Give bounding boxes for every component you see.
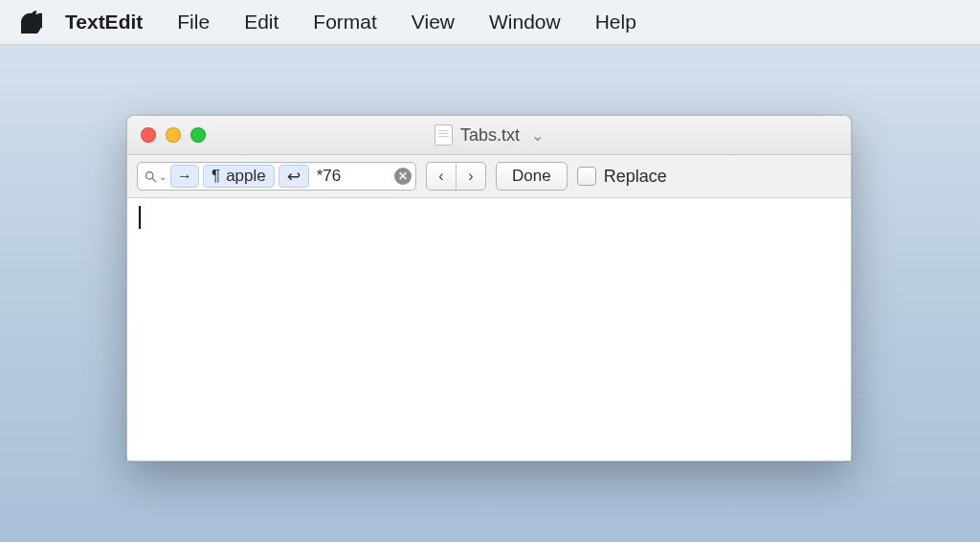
- window-controls: [141, 127, 206, 143]
- text-caret: [139, 206, 141, 229]
- replace-checkbox[interactable]: [577, 167, 596, 186]
- search-token-word-text: apple: [226, 167, 266, 186]
- svg-line-1: [152, 178, 156, 182]
- search-token-return[interactable]: ↩: [278, 165, 309, 188]
- replace-toggle[interactable]: Replace: [577, 167, 667, 187]
- textedit-window: Tabs.txt ⌄ ⌄ → ¶ apple ↩ *76 ✕ ‹: [126, 115, 852, 462]
- window-close-button[interactable]: [141, 127, 156, 143]
- find-bar: ⌄ → ¶ apple ↩ *76 ✕ ‹ › Done Replace: [127, 155, 851, 198]
- search-options-icon[interactable]: ⌄: [144, 169, 167, 184]
- find-prev-next-segmented: ‹ ›: [426, 162, 486, 191]
- search-token-paragraph-word[interactable]: ¶ apple: [203, 165, 275, 188]
- document-icon: [434, 124, 453, 146]
- apple-logo-icon[interactable]: [21, 11, 42, 34]
- find-search-field[interactable]: ⌄ → ¶ apple ↩ *76 ✕: [137, 162, 416, 191]
- document-text-area[interactable]: [127, 198, 851, 461]
- window-title-text: Tabs.txt: [460, 125, 520, 146]
- window-title: Tabs.txt ⌄: [127, 124, 851, 146]
- clear-search-icon[interactable]: ✕: [394, 168, 412, 185]
- menu-format[interactable]: Format: [313, 11, 377, 34]
- paragraph-mark-icon: ¶: [212, 167, 220, 186]
- search-trailing-text[interactable]: *76: [317, 167, 342, 186]
- find-done-button[interactable]: Done: [496, 162, 568, 191]
- menu-edit[interactable]: Edit: [244, 11, 278, 34]
- svg-point-0: [146, 171, 154, 179]
- title-dropdown-chevron-icon[interactable]: ⌄: [531, 126, 544, 145]
- find-prev-button[interactable]: ‹: [427, 163, 456, 190]
- menubar-app-name[interactable]: TextEdit: [65, 11, 143, 34]
- menu-view[interactable]: View: [412, 11, 455, 34]
- search-token-tab[interactable]: →: [170, 165, 199, 188]
- find-next-button[interactable]: ›: [456, 163, 485, 190]
- menu-file[interactable]: File: [177, 11, 210, 34]
- system-menubar: TextEdit File Edit Format View Window He…: [0, 0, 980, 45]
- window-minimize-button[interactable]: [166, 127, 181, 143]
- window-titlebar[interactable]: Tabs.txt ⌄: [127, 116, 851, 155]
- replace-label: Replace: [604, 167, 667, 187]
- menu-help[interactable]: Help: [595, 11, 636, 34]
- menu-window[interactable]: Window: [489, 11, 561, 34]
- window-zoom-button[interactable]: [190, 127, 206, 143]
